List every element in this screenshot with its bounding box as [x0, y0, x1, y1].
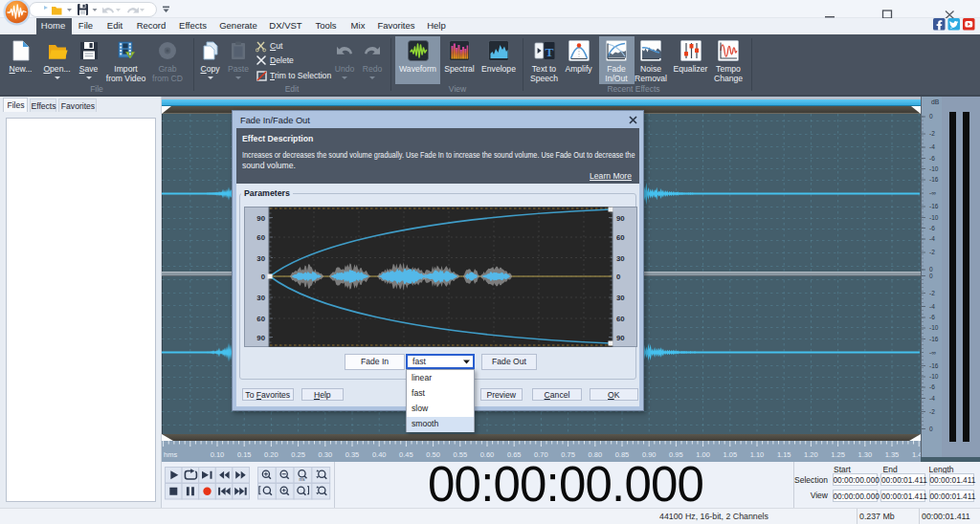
- svg-text:0: 0: [929, 426, 933, 432]
- svg-text:90: 90: [616, 214, 625, 223]
- svg-text:T: T: [545, 45, 553, 59]
- svg-text:30: 30: [256, 294, 265, 302]
- svg-text:-16: -16: [929, 176, 939, 183]
- svg-text:1.20: 1.20: [804, 450, 818, 459]
- svg-text:0.25: 0.25: [291, 450, 305, 459]
- svg-text:0.10: 0.10: [211, 450, 225, 459]
- svg-text:ms: ms: [300, 477, 306, 482]
- svg-text:60: 60: [256, 315, 265, 323]
- svg-text:0.40: 0.40: [372, 450, 387, 459]
- svg-text:-2: -2: [929, 249, 935, 255]
- svg-text:-6: -6: [929, 155, 935, 162]
- svg-text:1.25: 1.25: [831, 450, 845, 459]
- svg-text:30: 30: [616, 294, 625, 302]
- svg-text:-10: -10: [929, 324, 939, 331]
- svg-text:1.30: 1.30: [858, 450, 872, 459]
- svg-text:1.15: 1.15: [777, 450, 791, 459]
- svg-text:-6: -6: [929, 383, 935, 390]
- svg-text:30: 30: [256, 254, 265, 263]
- svg-text:-16: -16: [929, 362, 939, 369]
- svg-text:-2: -2: [929, 408, 935, 415]
- svg-text:-16: -16: [929, 336, 939, 342]
- svg-text:-4: -4: [929, 235, 935, 242]
- svg-text:-4: -4: [929, 303, 935, 310]
- svg-text:-∞: -∞: [929, 189, 936, 196]
- svg-text:0: 0: [616, 273, 621, 281]
- svg-text:0: 0: [261, 273, 266, 281]
- svg-text:0.20: 0.20: [264, 450, 278, 459]
- svg-text:60: 60: [256, 233, 265, 242]
- svg-text:dB: dB: [931, 98, 940, 105]
- svg-text:-2: -2: [929, 130, 935, 137]
- svg-text:60: 60: [616, 315, 625, 323]
- svg-text:90: 90: [256, 334, 265, 342]
- svg-text:-6: -6: [929, 314, 935, 320]
- svg-text:-6: -6: [929, 225, 935, 231]
- svg-text:0.30: 0.30: [318, 450, 332, 459]
- svg-text:90: 90: [256, 214, 265, 223]
- svg-text:1.35: 1.35: [885, 450, 900, 459]
- svg-text:0: 0: [929, 113, 933, 120]
- svg-text:-10: -10: [929, 373, 939, 380]
- svg-text:90: 90: [616, 334, 625, 342]
- svg-text:60: 60: [616, 233, 625, 242]
- svg-text:1.40: 1.40: [912, 450, 921, 459]
- svg-text:-4: -4: [929, 395, 935, 402]
- svg-text:-16: -16: [929, 203, 939, 209]
- svg-text:0.45: 0.45: [399, 450, 413, 459]
- svg-text:0: 0: [929, 273, 933, 279]
- svg-text:-10: -10: [929, 214, 939, 221]
- svg-text:30: 30: [616, 254, 625, 263]
- svg-text:-2: -2: [929, 290, 935, 296]
- svg-text:0.15: 0.15: [237, 450, 252, 459]
- svg-text:0.35: 0.35: [345, 450, 360, 459]
- svg-text:-10: -10: [929, 165, 939, 172]
- svg-text:-4: -4: [929, 143, 935, 150]
- svg-text:-∞: -∞: [929, 349, 936, 356]
- svg-text:hms: hms: [164, 450, 177, 459]
